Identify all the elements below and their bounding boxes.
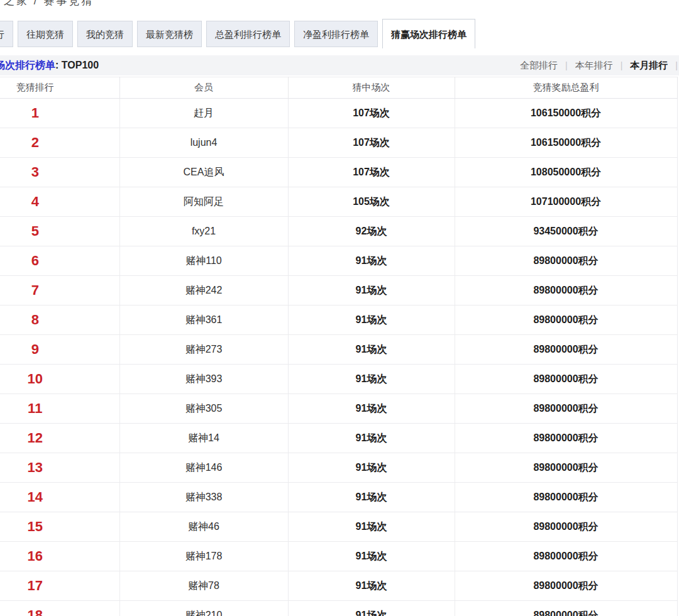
rank-cell: 8 [0,305,119,335]
table-row: 10 赌神393 91场次 89800000积分 [0,365,677,394]
points-cell: 89800000积分 [455,424,677,453]
member-cell: fxy21 [119,217,288,246]
points-cell: 89800000积分 [455,246,677,276]
points-cell: 89800000积分 [455,365,677,394]
member-cell: 赌神242 [119,276,288,305]
table-row: 5 fxy21 92场次 93450000积分 [0,217,677,246]
member-cell: 赌神210 [119,601,288,616]
member-cell: 阿知阿足 [119,187,288,217]
points-cell: 108050000积分 [455,158,677,187]
rank-cell: 2 [0,128,119,158]
points-cell: 89800000积分 [455,512,677,542]
rank-cell: 14 [0,483,119,512]
matches-cell: 91场次 [288,365,455,394]
points-cell: 93450000积分 [455,217,677,246]
rank-cell: 7 [0,276,119,305]
table-row: 2 lujun4 107场次 106150000积分 [0,128,677,158]
matches-cell: 91场次 [288,394,455,424]
tab[interactable]: 最新竞猜榜 [137,21,202,47]
member-cell: 赌神305 [119,394,288,424]
member-cell: CEA追风 [119,158,288,187]
matches-cell: 91场次 [288,305,455,335]
points-cell: 89800000积分 [455,453,677,483]
points-cell: 106150000积分 [455,99,677,128]
tab[interactable]: 总盈利排行榜单 [206,21,290,47]
table-row: 16 赌神178 91场次 89800000积分 [0,542,677,571]
rank-cell: 13 [0,453,119,483]
rank-cell: 10 [0,365,119,394]
points-cell: 89800000积分 [455,542,677,571]
table-row: 4 阿知阿足 105场次 107100000积分 [0,187,677,217]
matches-cell: 91场次 [288,542,455,571]
member-cell: 赌神273 [119,335,288,365]
tab[interactable]: 往期竞猜 [18,21,73,47]
table-row: 15 赌神46 91场次 89800000积分 [0,512,677,542]
rank-cell: 1 [0,99,119,128]
column-header: 会员 [119,77,288,99]
column-header: 竞猜排行 [0,77,119,99]
page-title-highlight: 场次排行榜单 [0,60,55,70]
matches-cell: 105场次 [288,187,455,217]
matches-cell: 91场次 [288,335,455,365]
table-row: 12 赌神14 91场次 89800000积分 [0,424,677,453]
filter-option[interactable]: 本年排行 [568,60,621,72]
tab[interactable]: 我的竞猜 [77,21,133,47]
matches-cell: 91场次 [288,483,455,512]
rank-cell: 9 [0,335,119,365]
member-cell: 赌神393 [119,365,288,394]
table-row: 8 赌神361 91场次 89800000积分 [0,305,677,335]
rank-cell: 5 [0,217,119,246]
matches-cell: 91场次 [288,276,455,305]
tab[interactable]: 行 [0,21,13,47]
page-title: 场次排行榜单: TOP100 [0,59,99,72]
table-body: 1 赶月 107场次 106150000积分 2 lujun4 107场次 10… [0,99,677,616]
member-cell: 赌神178 [119,542,288,571]
points-cell: 89800000积分 [455,335,677,365]
member-cell: 赌神338 [119,483,288,512]
rank-cell: 15 [0,512,119,542]
column-header: 猜中场次 [288,77,455,99]
rank-cell: 4 [0,187,119,217]
matches-cell: 91场次 [288,512,455,542]
table-header-row: 竞猜排行会员猜中场次竞猜奖励总盈利 [0,77,677,99]
filter-option[interactable]: 本月排行 [622,60,675,72]
table-row: 14 赌神338 91场次 89800000积分 [0,483,677,512]
points-cell: 89800000积分 [455,483,677,512]
toolbar: 场次排行榜单: TOP100 全部排行|本年排行|本月排行| [0,55,679,75]
member-cell: 赌神361 [119,305,288,335]
rank-cell: 11 [0,394,119,424]
points-cell: 89800000积分 [455,571,677,601]
table-row: 9 赌神273 91场次 89800000积分 [0,335,677,365]
matches-cell: 91场次 [288,246,455,276]
points-cell: 89800000积分 [455,276,677,305]
tab[interactable]: 净盈利排行榜单 [294,21,378,47]
points-cell: 89800000积分 [455,394,677,424]
points-cell: 107100000积分 [455,187,677,217]
member-cell: lujun4 [119,128,288,158]
tab[interactable]: 猜赢场次排行榜单 [382,19,475,48]
rank-cell: 18 [0,601,119,616]
rank-cell: 6 [0,246,119,276]
member-cell: 赌神146 [119,453,288,483]
member-cell: 赌神110 [119,246,288,276]
table-row: 6 赌神110 91场次 89800000积分 [0,246,677,276]
table-row: 1 赶月 107场次 106150000积分 [0,99,677,128]
matches-cell: 107场次 [288,128,455,158]
leaderboard: 竞猜排行会员猜中场次竞猜奖励总盈利 1 赶月 107场次 106150000积分… [0,77,678,616]
matches-cell: 107场次 [288,158,455,187]
rank-cell: 3 [0,158,119,187]
filter-option[interactable]: 全部排行 [512,60,565,72]
matches-cell: 92场次 [288,217,455,246]
matches-cell: 91场次 [288,601,455,616]
points-cell: 89800000积分 [455,601,677,616]
table-row: 17 赌神78 91场次 89800000积分 [0,571,677,601]
member-cell: 赶月 [119,99,288,128]
column-header: 竞猜奖励总盈利 [455,77,677,99]
points-cell: 89800000积分 [455,305,677,335]
member-cell: 赌神14 [119,424,288,453]
breadcrumb[interactable]: 之家 / 赛事竞猜 [4,0,94,8]
table-row: 11 赌神305 91场次 89800000积分 [0,394,677,424]
member-cell: 赌神78 [119,571,288,601]
member-cell: 赌神46 [119,512,288,542]
rank-cell: 17 [0,571,119,601]
